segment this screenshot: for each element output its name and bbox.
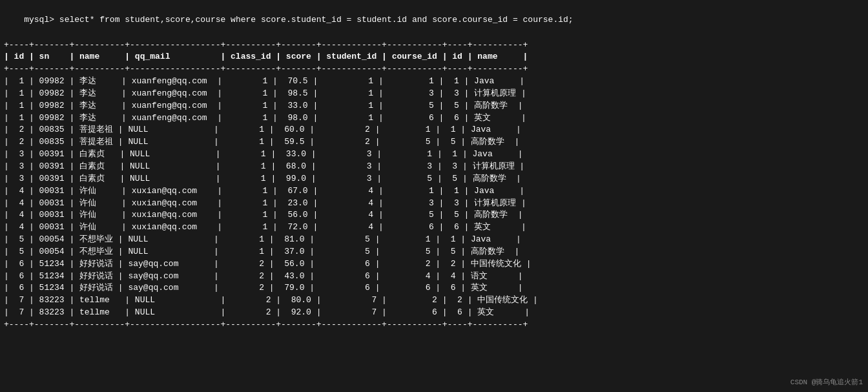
terminal-window: mysql> select* from student,score,course… [0, 0, 868, 392]
table-row: | 1 | 09982 | 李达 | xuanfeng@qq.com | 1 |… [4, 112, 864, 125]
table-row: | 3 | 00391 | 白素贞 | NULL | 1 | 99.0 | 3 … [4, 173, 864, 185]
watermark: CSDN @骑乌龟追火箭1 [790, 377, 863, 387]
query-results: +----+-------+----------+---------------… [4, 39, 864, 331]
table-row: | 6 | 51234 | 好好说话 | say@qq.com | 2 | 56… [4, 258, 864, 271]
table-row: | 1 | 09982 | 李达 | xuanfeng@qq.com | 1 |… [4, 88, 864, 100]
table-row: | 1 | 09982 | 李达 | xuanfeng@qq.com | 1 |… [4, 100, 864, 112]
table-row: | 7 | 83223 | tellme | NULL | 2 | 80.0 |… [4, 294, 864, 307]
table-row: | 3 | 00391 | 白素贞 | NULL | 1 | 68.0 | 3 … [4, 161, 864, 173]
table-row: | 5 | 00054 | 不想毕业 | NULL | 1 | 81.0 | 5… [4, 234, 864, 246]
table-row: | 3 | 00391 | 白素贞 | NULL | 1 | 33.0 | 3 … [4, 149, 864, 161]
command-text: select* from student,score,course where … [59, 15, 574, 25]
table-row: | 4 | 00031 | 许仙 | xuxian@qq.com | 1 | 5… [4, 209, 864, 222]
table-row: | 2 | 00835 | 菩提老祖 | NULL | 1 | 60.0 | 2… [4, 124, 864, 136]
table-row: | 4 | 00031 | 许仙 | xuxian@qq.com | 1 | 7… [4, 222, 864, 234]
table-row: | 7 | 83223 | tellme | NULL | 2 | 92.0 |… [4, 307, 864, 319]
prompt: mysql> [24, 15, 59, 25]
table-row: | 5 | 00054 | 不想毕业 | NULL | 1 | 37.0 | 5… [4, 246, 864, 258]
sql-command: mysql> select* from student,score,course… [4, 3, 864, 38]
top-separator: +----+-------+----------+---------------… [4, 39, 864, 52]
table-row: | 1 | 09982 | 李达 | xuanfeng@qq.com | 1 |… [4, 76, 864, 88]
column-headers: | id | sn | name | qq_mail | class_id | … [4, 51, 864, 63]
table-row: | 2 | 00835 | 菩提老祖 | NULL | 1 | 59.5 | 2… [4, 136, 864, 149]
header-separator: +----+-------+----------+---------------… [4, 63, 864, 76]
table-row: | 6 | 51234 | 好好说话 | say@qq.com | 2 | 79… [4, 282, 864, 294]
table-row: | 4 | 00031 | 许仙 | xuxian@qq.com | 1 | 2… [4, 198, 864, 210]
table-row: | 6 | 51234 | 好好说话 | say@qq.com | 2 | 43… [4, 271, 864, 283]
bottom-separator: +----+-------+----------+---------------… [4, 319, 864, 331]
table-row: | 4 | 00031 | 许仙 | xuxian@qq.com | 1 | 6… [4, 185, 864, 198]
